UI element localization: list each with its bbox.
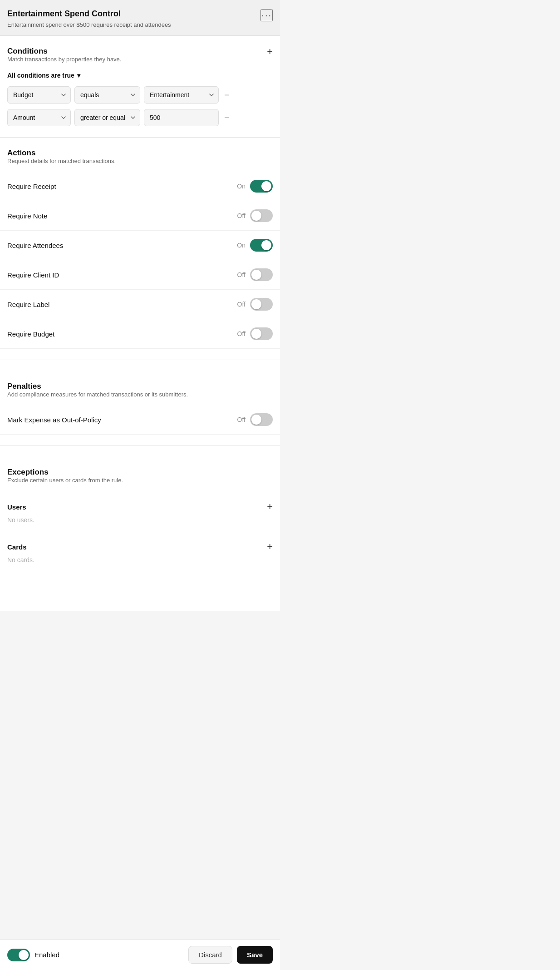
- add-card-exception-button[interactable]: +: [267, 542, 273, 552]
- remove-condition-2-button[interactable]: −: [222, 113, 231, 122]
- toggle-require-receipt[interactable]: [250, 180, 273, 193]
- toggle-status-require-client-id: Off: [237, 271, 246, 278]
- more-menu-button[interactable]: ···: [260, 9, 273, 21]
- condition-row-1: Budget Amount Merchant Category equals d…: [7, 86, 273, 104]
- condition-1-field-type[interactable]: Budget Amount Merchant Category: [7, 86, 71, 104]
- action-label-require-receipt: Require Receipt: [7, 183, 56, 190]
- toggle-status-require-label: Off: [237, 301, 246, 308]
- action-row-require-attendees: Require Attendees On: [0, 231, 280, 260]
- exceptions-subtitle: Exclude certain users or cards from the …: [7, 477, 273, 484]
- chevron-down-icon: ▾: [77, 72, 80, 79]
- condition-1-value[interactable]: Entertainment Travel Software Office: [144, 86, 219, 104]
- action-row-require-note: Require Note Off: [0, 201, 280, 231]
- exceptions-section: Exceptions Exclude certain users or card…: [0, 446, 280, 495]
- exceptions-users-title: Users: [7, 503, 26, 511]
- remove-condition-1-button[interactable]: −: [222, 90, 231, 99]
- exceptions-cards-group: Cards + No cards.: [0, 534, 280, 574]
- page-subtitle: Entertainment spend over $500 requires r…: [7, 21, 273, 28]
- action-label-require-note: Require Note: [7, 212, 47, 220]
- condition-2-value-input[interactable]: [144, 109, 219, 126]
- toggle-require-client-id[interactable]: [250, 268, 273, 281]
- action-label-out-of-policy: Mark Expense as Out-of-Policy: [7, 416, 101, 424]
- actions-list: Require Receipt On Require Note Off: [0, 172, 280, 349]
- exceptions-title: Exceptions: [7, 468, 273, 477]
- conditions-title: Conditions: [7, 47, 121, 56]
- exceptions-cards-empty: No cards.: [7, 556, 273, 564]
- action-label-require-client-id: Require Client ID: [7, 271, 59, 279]
- header: Entertainment Spend Control Entertainmen…: [0, 0, 280, 36]
- add-condition-button[interactable]: +: [267, 47, 273, 57]
- toggle-status-require-receipt: On: [237, 183, 246, 190]
- toggle-out-of-policy[interactable]: [250, 413, 273, 426]
- actions-subtitle: Request details for matched transactions…: [7, 158, 273, 164]
- actions-section: Actions Request details for matched tran…: [0, 138, 280, 164]
- condition-1-operator[interactable]: equals does not equal: [74, 86, 140, 104]
- condition-2-operator[interactable]: greater or equal less than equals: [74, 109, 140, 126]
- action-label-require-budget: Require Budget: [7, 330, 54, 338]
- action-row-require-receipt: Require Receipt On: [0, 172, 280, 201]
- condition-2-field-type[interactable]: Amount Budget Merchant Category: [7, 109, 71, 126]
- penalties-subtitle: Add compliance measures for matched tran…: [7, 391, 273, 398]
- penalties-list: Mark Expense as Out-of-Policy Off: [0, 405, 280, 435]
- action-row-require-budget: Require Budget Off: [0, 319, 280, 349]
- actions-title: Actions: [7, 148, 273, 158]
- toggle-status-require-budget: Off: [237, 330, 246, 337]
- penalties-title: Penalties: [7, 382, 273, 391]
- page-title: Entertainment Spend Control: [7, 9, 273, 19]
- toggle-require-note[interactable]: [250, 209, 273, 222]
- action-row-require-label: Require Label Off: [0, 290, 280, 319]
- action-row-require-client-id: Require Client ID Off: [0, 260, 280, 290]
- condition-row-2: Amount Budget Merchant Category greater …: [7, 109, 273, 126]
- exceptions-users-empty: No users.: [7, 516, 273, 524]
- toggle-require-budget[interactable]: [250, 327, 273, 340]
- penalties-section: Penalties Add compliance measures for ma…: [0, 360, 280, 398]
- exceptions-cards-title: Cards: [7, 543, 27, 551]
- toggle-status-require-attendees: On: [237, 242, 246, 249]
- action-row-out-of-policy: Mark Expense as Out-of-Policy Off: [0, 405, 280, 435]
- conditions-subtitle: Match transactions by properties they ha…: [7, 56, 121, 63]
- all-conditions-toggle[interactable]: All conditions are true ▾: [7, 72, 273, 79]
- action-label-require-attendees: Require Attendees: [7, 242, 63, 249]
- action-label-require-label: Require Label: [7, 301, 49, 308]
- conditions-section: Conditions Match transactions by propert…: [0, 36, 280, 126]
- exceptions-users-group: Users + No users.: [0, 495, 280, 534]
- toggle-status-out-of-policy: Off: [237, 416, 246, 423]
- add-user-exception-button[interactable]: +: [267, 502, 273, 512]
- toggle-status-require-note: Off: [237, 212, 246, 219]
- toggle-require-label[interactable]: [250, 298, 273, 311]
- toggle-require-attendees[interactable]: [250, 239, 273, 252]
